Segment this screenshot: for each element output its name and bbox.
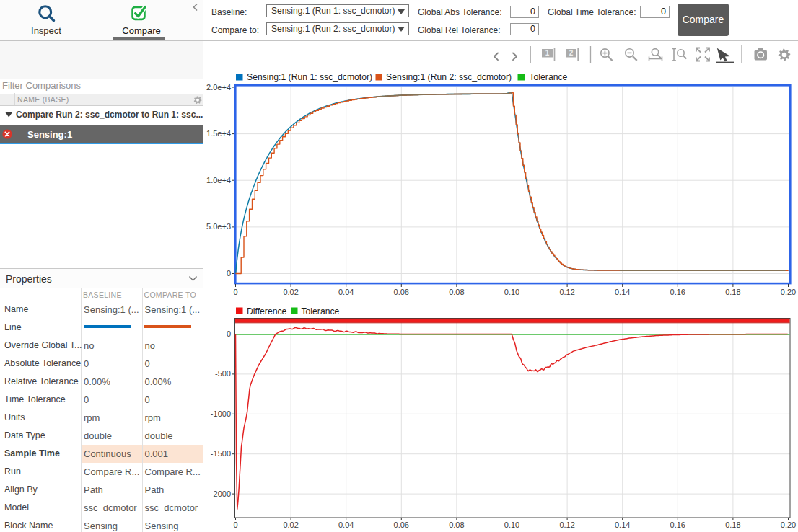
svg-text:0.18: 0.18 <box>725 520 740 529</box>
svg-text:0.10: 0.10 <box>504 288 519 296</box>
svg-text:Sensing:1 (Run 2: ssc_dcmotor): Sensing:1 (Run 2: ssc_dcmotor) <box>386 72 512 82</box>
svg-text:Tolerance: Tolerance <box>530 72 568 82</box>
svg-text:0: 0 <box>233 288 237 296</box>
svg-text:Tolerance: Tolerance <box>302 306 340 316</box>
svg-text:0.10: 0.10 <box>504 520 519 529</box>
svg-text:0.04: 0.04 <box>338 288 354 296</box>
svg-text:1.5e+4: 1.5e+4 <box>206 129 231 138</box>
svg-text:0.18: 0.18 <box>725 288 740 296</box>
svg-text:2.0e+4: 2.0e+4 <box>206 83 231 92</box>
svg-text:0.02: 0.02 <box>283 520 298 529</box>
svg-text:0.12: 0.12 <box>559 288 574 296</box>
svg-text:1: 1 <box>545 49 550 57</box>
svg-text:0.06: 0.06 <box>394 288 409 296</box>
svg-text:0.16: 0.16 <box>670 520 685 529</box>
svg-text:0.20: 0.20 <box>781 288 796 296</box>
svg-text:0: 0 <box>227 329 231 338</box>
svg-text:-1500: -1500 <box>211 449 231 458</box>
svg-text:-2000: -2000 <box>211 489 231 498</box>
svg-text:0.04: 0.04 <box>338 520 354 529</box>
svg-text:1.0e+4: 1.0e+4 <box>206 176 231 185</box>
svg-text:Sensing:1 (Run 1: ssc_dcmotor): Sensing:1 (Run 1: ssc_dcmotor) <box>247 72 372 82</box>
svg-text:0.06: 0.06 <box>394 520 409 529</box>
svg-text:0: 0 <box>227 269 231 278</box>
svg-text:-1000: -1000 <box>211 409 231 418</box>
svg-text:0.20: 0.20 <box>781 520 796 529</box>
svg-text:0.14: 0.14 <box>615 288 630 296</box>
svg-text:0.08: 0.08 <box>449 520 464 529</box>
svg-text:-500: -500 <box>215 369 231 378</box>
svg-text:0.14: 0.14 <box>615 520 630 529</box>
svg-text:0: 0 <box>233 520 237 529</box>
svg-text:0.02: 0.02 <box>283 288 298 296</box>
svg-text:Difference: Difference <box>247 306 287 316</box>
svg-text:0.08: 0.08 <box>449 288 464 296</box>
svg-text:0.12: 0.12 <box>559 520 574 529</box>
svg-text:2: 2 <box>569 49 574 57</box>
svg-text:5.0e+3: 5.0e+3 <box>206 222 231 231</box>
svg-text:0.16: 0.16 <box>670 288 685 296</box>
